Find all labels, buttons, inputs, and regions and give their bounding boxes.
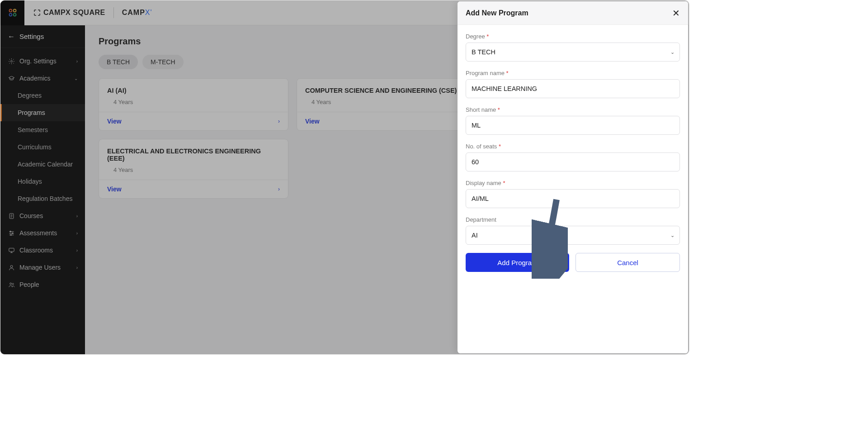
department-label: Department	[466, 216, 680, 223]
cancel-button[interactable]: Cancel	[576, 253, 680, 272]
seats-input[interactable]	[466, 152, 680, 171]
short-name-label: Short name *	[466, 106, 680, 113]
app-frame: CAMPX SQUARE CAMPX' ← Settings Org. Sett…	[0, 0, 689, 355]
degree-label: Degree *	[466, 33, 680, 40]
program-name-label: Program name *	[466, 70, 680, 76]
display-name-input[interactable]	[466, 189, 680, 208]
seats-label: No. of seats *	[466, 143, 680, 150]
program-name-input[interactable]	[466, 79, 680, 98]
add-program-button[interactable]: Add Program	[466, 253, 569, 272]
department-select[interactable]	[466, 226, 680, 245]
short-name-input[interactable]	[466, 116, 680, 135]
add-program-drawer: Add New Program ✕ Degree * ⌄ Program nam…	[458, 1, 688, 353]
close-icon[interactable]: ✕	[672, 9, 680, 18]
display-name-label: Display name *	[466, 180, 680, 186]
drawer-header: Add New Program ✕	[458, 1, 688, 25]
drawer-title: Add New Program	[466, 9, 528, 17]
degree-select[interactable]	[466, 43, 680, 62]
